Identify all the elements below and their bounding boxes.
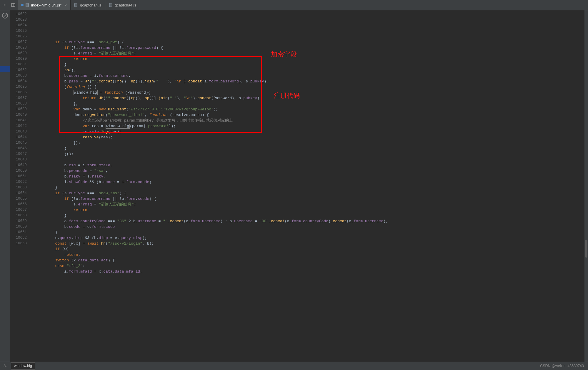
no-problems-icon[interactable] [1,12,9,19]
code-line[interactable]: if (!i.form.username || !i.form.password… [37,45,588,51]
code-line[interactable]: const [w,x] = await hn("/sso/v2/login", … [37,241,588,246]
code-editor[interactable]: 1062210623106241062510626106271062810629… [10,10,588,362]
code-line[interactable]: s.errMsg = "请输入正确的信息"; [37,202,588,207]
svg-point-0 [3,5,4,6]
svg-point-2 [6,5,6,6]
code-line[interactable]: if (s.curType === "show_pw") { [37,39,588,45]
vertical-scrollbar[interactable] [584,10,588,362]
code-line[interactable]: return [37,56,588,62]
js-file-icon [74,3,78,7]
code-line[interactable]: console.log(res); [37,129,588,135]
code-line[interactable]: }); [37,140,588,146]
code-line[interactable]: }; [37,101,588,107]
code-line[interactable]: b.scode = o.form.scode [37,224,588,230]
code-line[interactable]: } [37,230,588,235]
line-number-gutter: 1062210623106241062510626106271062810629… [10,10,29,362]
line-number: 10654 [10,190,27,196]
svg-rect-9 [109,3,112,7]
code-line[interactable]: case "mfa_2": [37,263,588,269]
tabs-container: index-NmlqjJnj.js*×gcaptcha4.jsgcaptcha4… [18,0,140,10]
code-line[interactable]: i.showCode && (b.ccode = i.form.ccode) [37,179,588,185]
line-number: 10641 [10,118,27,123]
svg-line-12 [3,14,7,17]
left-tool-rail [0,10,10,362]
code-area[interactable]: 加密字段 注册代码 if (s.curType === "show_pw") {… [36,10,588,362]
code-line[interactable]: if (w) [37,246,588,252]
close-icon[interactable]: × [64,2,67,8]
code-line[interactable]: return; [37,252,588,258]
code-line[interactable]: return Jh("".concat([rp(), np()].join(" … [37,95,588,101]
code-line[interactable]: } [37,185,588,190]
code-line[interactable]: b.cid = i.form.mfaId, [37,162,588,168]
svg-rect-5 [26,3,29,7]
line-number: 10663 [10,241,27,246]
tab-0[interactable]: index-NmlqjJnj.js*× [18,0,71,10]
js-file-icon [109,3,113,7]
code-line[interactable]: b.pwencode = "rsa", [37,168,588,174]
line-number: 10646 [10,146,27,151]
line-number: 10628 [10,45,27,51]
code-line[interactable]: e.query.disp && (b.disp = e.query.disp); [37,235,588,241]
code-line[interactable]: return [37,207,588,213]
annotation-label-encrypt: 加密字段 [271,52,297,57]
js-file-icon [25,3,29,7]
code-line[interactable]: b.pass = Jh("".concat([rp(), np()].join(… [37,79,588,84]
line-number: 10634 [10,79,27,84]
split-panel-button[interactable] [9,0,18,10]
line-number: 10658 [10,213,27,218]
code-line[interactable]: )(); [37,151,588,157]
line-number: 10624 [10,23,27,28]
tab-2[interactable]: gcaptcha4.js [105,0,140,10]
code-line[interactable]: } [37,213,588,218]
code-line[interactable]: var demo = new Hlclient("ws://127.0.0.1:… [37,107,588,112]
code-line[interactable] [37,157,588,162]
line-number: 10662 [10,235,27,241]
error-stripe-marker [0,66,10,72]
breadcrumb-icon: A↓ [4,363,8,369]
code-line[interactable]: if (s.curType === "show_sms") { [37,190,588,196]
line-number: 10657 [10,207,27,213]
code-line[interactable]: demo.regAction("password_jiami", functio… [37,112,588,118]
line-number: 10630 [10,56,27,62]
line-number: 10632 [10,67,27,73]
line-number: 10635 [10,84,27,90]
code-line[interactable]: (function () { [37,84,588,90]
line-number: 10644 [10,135,27,140]
line-number: 10623 [10,17,27,23]
code-line[interactable]: resolve(res); [37,135,588,140]
code-line[interactable]: sp(), [37,67,588,73]
line-number: 10650 [10,168,27,174]
code-line[interactable]: //这里还是param参数 param里面的key 是先这里写，但到时候传接口就… [37,118,588,123]
code-line[interactable]: i.form.mfaId = x.data.data.mfa_id, [37,269,588,274]
line-number: 10655 [10,196,27,202]
line-number: 10642 [10,123,27,129]
code-line[interactable]: window.hlg = function (Password){ [37,90,588,95]
tab-1[interactable]: gcaptcha4.js [71,0,105,10]
line-number: 10659 [10,218,27,224]
line-number: 10626 [10,34,27,39]
line-number: 10633 [10,73,27,79]
code-line[interactable]: b.username = i.form.username, [37,73,588,79]
line-number: 10660 [10,224,27,230]
line-number: 10647 [10,151,27,157]
tab-label: gcaptcha4.js [80,2,101,8]
modified-dot-icon [21,4,24,6]
line-number: 10622 [10,11,27,17]
line-number: 10625 [10,28,27,34]
status-bar: A↓ window.hlg CSDN @weixin_43639743 [0,362,588,370]
fold-gutter [29,10,36,362]
code-line[interactable]: } [37,146,588,151]
breadcrumb[interactable]: window.hlg [11,362,35,370]
line-number: 10648 [10,157,27,162]
code-line[interactable]: b.rsakv = s.rsakv, [37,174,588,179]
annotation-label-register: 注册代码 [274,93,300,98]
code-line[interactable]: o.form.countryCode === "86" ? b.username… [37,218,588,224]
code-line[interactable]: if (!o.form.username || !o.form.scode) { [37,196,588,202]
code-line[interactable]: var res = window.hlg(param['password']); [37,123,588,129]
line-number: 10649 [10,162,27,168]
scrollbar-thumb[interactable] [585,240,587,258]
code-line[interactable]: s.errMsg = "请输入正确的信息"; [37,51,588,56]
code-line[interactable]: } [37,62,588,67]
code-line[interactable]: switch (x.data.data.act) { [37,258,588,263]
more-menu-button[interactable] [0,0,9,10]
